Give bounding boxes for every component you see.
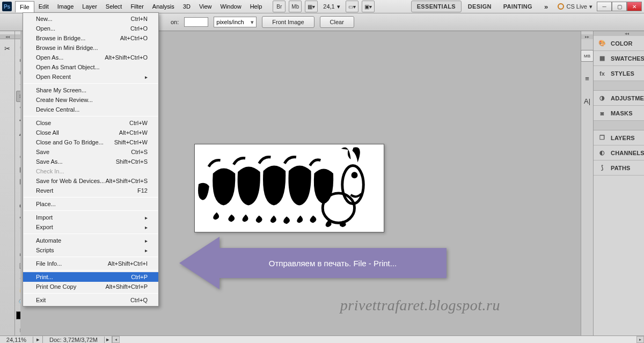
menu-separator	[24, 293, 158, 294]
menu-3d[interactable]: 3D	[179, 1, 195, 12]
status-zoom[interactable]: 24,11%	[0, 337, 33, 343]
menu-analysis[interactable]: Analysis	[148, 1, 179, 12]
minimize-button[interactable]: ─	[597, 2, 612, 11]
character-panel-icon[interactable]: A|	[581, 95, 594, 107]
maximize-button[interactable]: ▢	[612, 2, 627, 11]
file-menu-item[interactable]: Print One CopyAlt+Shift+Ctrl+P	[23, 282, 158, 291]
panel-paths[interactable]: ⟆PATHS	[594, 160, 644, 176]
status-doc-info[interactable]: Doc: 3,72M/3,72M	[43, 337, 105, 343]
mini-bridge-panel-icon[interactable]: MB	[581, 50, 594, 62]
workspace-essentials[interactable]: ESSENTIALS	[411, 1, 462, 12]
file-menu-item[interactable]: Open...Ctrl+O	[23, 24, 158, 33]
screen-mode-icon[interactable]: ▣▾	[362, 1, 375, 12]
app-icon: Ps	[2, 2, 12, 11]
resolution-input[interactable]	[184, 17, 208, 27]
panel-adjustments[interactable]: ◑ADJUSTMENTS	[594, 91, 644, 106]
file-menu-item[interactable]: Place...	[23, 199, 158, 209]
file-menu-item[interactable]: Scripts	[23, 245, 158, 255]
menu-layer[interactable]: Layer	[78, 1, 101, 12]
status-arrow-icon[interactable]: ▸	[33, 336, 43, 343]
menu-filter[interactable]: Filter	[126, 1, 148, 12]
styles-icon: fx	[598, 70, 606, 77]
status-menu-icon[interactable]: ▸	[105, 336, 112, 343]
status-bar: 24,11% ▸ Doc: 3,72M/3,72M ▸ ◂ ▸	[0, 335, 644, 343]
horizontal-scrollbar[interactable]: ◂ ▸	[112, 336, 644, 343]
paths-icon: ⟆	[598, 164, 606, 172]
palette-icon: 🎨	[598, 40, 606, 47]
panel-layers[interactable]: ❐LAYERS	[594, 130, 644, 145]
file-menu-item[interactable]: SaveCtrl+S	[23, 147, 158, 157]
swatches-icon: ▦	[598, 55, 606, 62]
right-iconstrip: ▸▸ MB ≡ A|	[581, 31, 594, 335]
file-menu-item[interactable]: Automate	[23, 236, 158, 245]
menu-separator	[24, 257, 158, 257]
file-menu-item[interactable]: File Info...Alt+Shift+Ctrl+I	[23, 259, 158, 268]
masks-icon: ◙	[598, 110, 606, 117]
file-menu-item[interactable]: Create New Review...	[23, 95, 158, 105]
layers-icon: ❐	[598, 134, 606, 142]
cs-live-icon	[558, 3, 564, 10]
file-menu-item[interactable]: Browse in Mini Bridge...	[23, 43, 158, 53]
file-menu-item[interactable]: RevertF12	[23, 186, 158, 195]
arrange-docs-icon[interactable]: ▭▾	[346, 1, 358, 12]
file-menu-item[interactable]: ExitCtrl+Q	[23, 295, 158, 305]
file-menu-item[interactable]: Save for Web & Devices...Alt+Shift+Ctrl+…	[23, 176, 158, 186]
front-image-button[interactable]: Front Image	[262, 16, 314, 28]
file-menu-item[interactable]: Device Central...	[23, 105, 158, 114]
file-menu-item[interactable]: Export	[23, 222, 158, 232]
menu-image[interactable]: Image	[53, 1, 78, 12]
zoom-display[interactable]: 24,1▾	[321, 3, 342, 10]
file-menu-item[interactable]: CloseCtrl+W	[23, 118, 158, 128]
file-menu-item[interactable]: Browse in Bridge...Alt+Ctrl+O	[23, 33, 158, 43]
file-menu-item[interactable]: Share My Screen...	[23, 85, 158, 95]
resolution-unit-select[interactable]: pixels/inch	[214, 17, 257, 27]
file-menu-item[interactable]: Open As...Alt+Shift+Ctrl+O	[23, 53, 158, 62]
menu-edit[interactable]: Edit	[34, 1, 53, 12]
clear-button[interactable]: Clear	[320, 16, 354, 28]
file-menu-item[interactable]: Save As...Shift+Ctrl+S	[23, 157, 158, 166]
scroll-left-icon[interactable]: ◂	[112, 336, 120, 343]
file-menu-item[interactable]: Print...Ctrl+P	[23, 272, 158, 282]
right-dock: ▸▸ MB ≡ A| ◂◂ 🎨COLOR ▦SWATCHES fxSTYLES …	[581, 31, 644, 335]
panel-handle[interactable]: ▸▸	[581, 34, 593, 39]
window-buttons: ─ ▢ ✕	[597, 2, 642, 11]
menu-view[interactable]: View	[195, 1, 216, 12]
menu-select[interactable]: Select	[101, 1, 127, 12]
launch-bridge-icon[interactable]: Br	[273, 1, 286, 12]
panel-handle[interactable]: ◂◂	[594, 31, 644, 36]
right-panels: ◂◂ 🎨COLOR ▦SWATCHES fxSTYLES ◑ADJUSTMENT…	[594, 31, 644, 335]
panel-masks[interactable]: ◙MASKS	[594, 106, 644, 121]
file-menu-item[interactable]: Close AllAlt+Ctrl+W	[23, 128, 158, 137]
toolbar-aux: ◂◂ ✂	[0, 31, 15, 335]
file-menu-item[interactable]: Close and Go To Bridge...Shift+Ctrl+W	[23, 137, 158, 147]
scroll-right-icon[interactable]: ▸	[636, 336, 644, 343]
workspace-painting[interactable]: PAINTING	[498, 1, 538, 12]
arrow-head-icon	[179, 237, 219, 289]
watermark-text: privettrafaret.blogspot.ru	[340, 297, 500, 314]
cs-live[interactable]: CS Live▾	[558, 3, 592, 10]
workspace-design[interactable]: DESIGN	[463, 1, 497, 12]
crop-tool-icon[interactable]: ✂	[1, 42, 14, 54]
file-menu-item[interactable]: Open As Smart Object...	[23, 62, 158, 72]
menu-file[interactable]: File	[15, 1, 34, 12]
mini-bridge-icon[interactable]: Mb	[289, 1, 302, 12]
menu-window[interactable]: Window	[216, 1, 246, 12]
menubar: Ps FileEditImageLayerSelectFilterAnalysi…	[0, 0, 644, 13]
panel-channels[interactable]: ◐CHANNELS	[594, 145, 644, 160]
menu-help[interactable]: Help	[246, 1, 267, 12]
menu-separator	[24, 116, 158, 116]
history-panel-icon[interactable]: ≡	[581, 72, 594, 84]
workspace-more[interactable]: »	[539, 1, 554, 13]
menu-separator	[24, 210, 158, 211]
file-menu-item[interactable]: Import	[23, 213, 158, 222]
workspace-switcher: ESSENTIALS DESIGN PAINTING »	[411, 1, 554, 13]
panel-swatches[interactable]: ▦SWATCHES	[594, 51, 644, 66]
document-canvas[interactable]	[194, 144, 384, 232]
file-menu-item[interactable]: Open Recent	[23, 72, 158, 82]
view-extras-icon[interactable]: ▦▾	[305, 1, 318, 12]
file-menu-item[interactable]: New...Ctrl+N	[23, 14, 158, 24]
panel-color[interactable]: 🎨COLOR	[594, 36, 644, 51]
close-button[interactable]: ✕	[627, 2, 642, 11]
panel-handle[interactable]: ◂◂	[0, 34, 14, 39]
panel-styles[interactable]: fxSTYLES	[594, 66, 644, 81]
